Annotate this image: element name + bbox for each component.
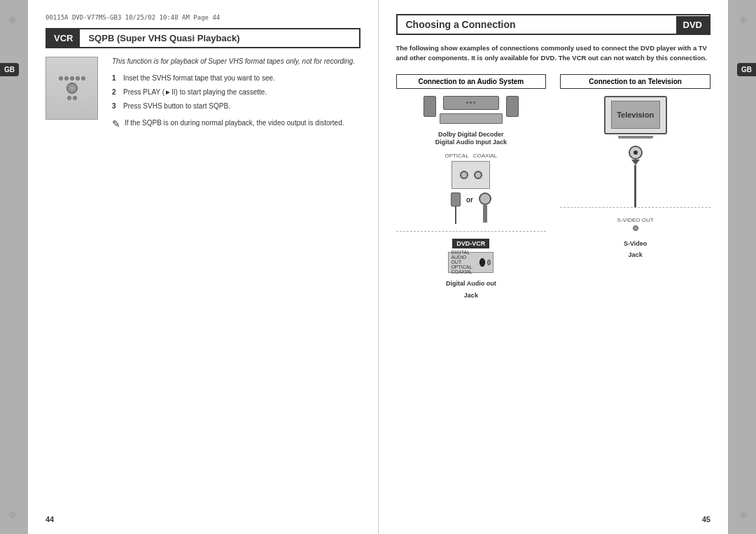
vcr-btn-6 — [67, 96, 71, 100]
crosshair-left-bottom: ⊕ — [8, 509, 17, 520]
or-text: or — [466, 196, 473, 204]
dvd-page-title: Choosing a Connection — [398, 15, 524, 34]
top-bar: 00115A DVD-V77MS-GB3 10/25/02 10:48 AM P… — [46, 14, 360, 21]
step-1: 1 Inset the SVHS format tape that you wa… — [112, 73, 360, 83]
rca-head — [479, 192, 491, 205]
dvd-label: DVD — [676, 16, 709, 34]
vcr-text-col: This function is for playback of Super V… — [112, 57, 360, 129]
bottom-jacks-row: DIGITAL AUDIO OUT OPTICAL COAXIAL — [451, 250, 491, 274]
rdot-1 — [466, 101, 468, 104]
right-margin: GB ⊕ ⊕ — [728, 0, 756, 534]
jack-optical — [460, 171, 468, 179]
digital-audio-caption: Digital Audio out Jack — [446, 276, 496, 300]
decoder-unit — [440, 113, 503, 124]
vcr-btn-7 — [73, 96, 77, 100]
vcr-btn-1 — [59, 76, 63, 80]
optical-plug-assembly — [451, 192, 461, 224]
step-num-2: 2 — [112, 87, 119, 97]
gb-badge-right: GB — [737, 63, 756, 76]
step-text-3: Press SVHS button to start SQPB. — [123, 101, 230, 111]
coaxial-label: COAXIAL — [473, 153, 498, 159]
step-2: 2 Press PLAY (►II) to start playing the … — [112, 87, 360, 97]
bottom-labels: DIGITAL AUDIO OUT OPTICAL COAXIAL — [451, 250, 477, 274]
two-plugs-row: or — [451, 192, 491, 224]
receiver-dots — [466, 101, 475, 104]
vcr-button-row-1 — [59, 76, 85, 80]
tv-base — [618, 136, 653, 139]
left-content: This function is for playback of Super V… — [46, 57, 360, 129]
optical-label: OPTICAL — [444, 153, 468, 159]
vcr-title: SQPB (Super VHS Quasi Playback) — [80, 29, 248, 47]
connector-top: OPTICAL COAXIAL — [444, 153, 497, 159]
jack-label-audio: Jack — [446, 292, 496, 300]
vcr-btn-2 — [64, 76, 69, 80]
jack-coaxial — [474, 171, 482, 179]
divider-dotted-tv — [560, 207, 710, 208]
divider-dotted-audio — [396, 231, 547, 232]
audio-header: Connection to an Audio System — [396, 74, 547, 89]
step-num-3: 3 — [112, 101, 119, 111]
crosshair-left-top: ⊕ — [8, 14, 17, 25]
page-number-right: 45 — [702, 515, 710, 524]
tv-diagram: Television — [560, 96, 710, 260]
page-container: GB ⊕ ⊕ 00115A DVD-V77MS-GB3 10/25/02 10:… — [0, 0, 756, 534]
dolby-caption: Dolby Digital Decoder Digital Audio Inpu… — [435, 131, 507, 147]
vcr-device-image — [46, 57, 98, 120]
note-box: ✎ If the SQPB is on during normal playba… — [112, 118, 360, 129]
tv-label: Television — [617, 111, 654, 119]
italic-note: This function is for playback of Super V… — [112, 57, 360, 66]
jack-black-audio — [479, 258, 485, 267]
svideo-cable — [629, 146, 643, 207]
top-connector-box — [451, 161, 490, 189]
vcr-dial — [66, 83, 78, 94]
vcr-section-header: VCR SQPB (Super VHS Quasi Playback) — [46, 28, 360, 48]
digital-out-label: Digital Audio out — [446, 280, 496, 288]
audio-col: Connection to an Audio System — [396, 74, 547, 300]
left-page: 00115A DVD-V77MS-GB3 10/25/02 10:48 AM P… — [28, 0, 379, 534]
rdot-2 — [470, 101, 472, 104]
svideo-out-label: S-VIDEO OUT — [617, 217, 654, 223]
intro-text: The following show examples of connectio… — [396, 43, 711, 64]
vcr-label: VCR — [47, 29, 80, 47]
step-text-1: Inset the SVHS format tape that you want… — [123, 73, 275, 83]
step-num-1: 1 — [112, 73, 119, 83]
svideo-caption: S-Video Jack — [624, 237, 647, 260]
cable-diagram-audio: OPTICAL COAXIAL — [396, 153, 547, 300]
optical-plug — [451, 192, 461, 206]
receiver-stack — [440, 96, 503, 124]
vcr-button-row-2 — [67, 96, 77, 100]
speaker-left — [424, 96, 436, 117]
rdot-3 — [473, 101, 475, 104]
jack-label-tv: Jack — [624, 251, 647, 260]
svideo-output-area: S-VIDEO OUT — [617, 217, 654, 231]
steps-list: 1 Inset the SVHS format tape that you wa… — [112, 73, 360, 111]
note-icon: ✎ — [112, 118, 120, 129]
pages-wrapper: 00115A DVD-V77MS-GB3 10/25/02 10:48 AM P… — [28, 0, 728, 534]
connection-columns: Connection to an Audio System — [396, 74, 711, 300]
dvd-vcr-badge: DVD-VCR — [452, 239, 489, 248]
vcr-image-col — [46, 57, 102, 129]
vcr-btn-5 — [81, 76, 85, 80]
speaker-row — [424, 96, 519, 124]
gb-badge-left: GB — [0, 63, 19, 76]
svideo-jack-small — [633, 225, 638, 231]
note-text: If the SQPB is on during normal playback… — [125, 118, 344, 129]
step-3: 3 Press SVHS button to start SQPB. — [112, 101, 360, 111]
bottom-connector-audio: DIGITAL AUDIO OUT OPTICAL COAXIAL — [448, 252, 493, 273]
rca-body — [483, 205, 487, 223]
tv-col: Connection to an Television Television — [560, 74, 710, 300]
rf-inner — [634, 150, 638, 155]
crosshair-right-bottom: ⊕ — [739, 509, 748, 520]
right-page: Choosing a Connection DVD The following … — [379, 0, 729, 534]
tv-box: Television — [604, 96, 667, 134]
svideo-label: S-Video — [624, 240, 647, 248]
tv-header: Connection to an Television — [560, 74, 710, 89]
audio-system-diagram: Dolby Digital Decoder Digital Audio Inpu… — [396, 96, 547, 147]
tv-screen: Television — [611, 101, 660, 129]
arrow-down-1 — [631, 160, 640, 165]
crosshair-right-top: ⊕ — [739, 14, 748, 25]
cable-long — [634, 165, 636, 207]
vcr-btn-3 — [70, 76, 74, 80]
receiver-unit — [443, 96, 499, 110]
step-text-2: Press PLAY (►II) to start playing the ca… — [123, 87, 267, 97]
